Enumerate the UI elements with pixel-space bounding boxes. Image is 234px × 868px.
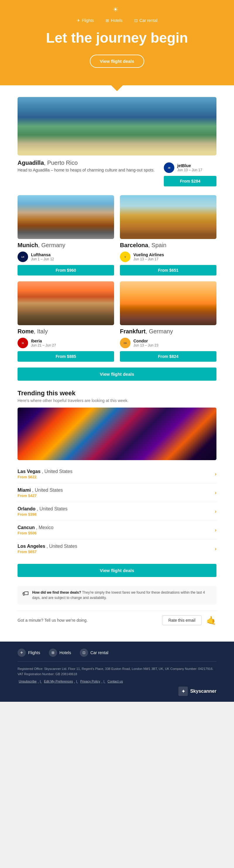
munich-airline-row: LH Lufthansa Jun 1 – Jun 12 (18, 252, 114, 262)
condor-logo: CO (120, 338, 130, 348)
rome-airline-name: Iberia (31, 339, 114, 343)
trending-city: Cancun , Mexico (18, 525, 215, 530)
barcelona-name: Barcelona, Spain (120, 242, 216, 249)
featured-airline-name: jetBlue (177, 163, 216, 168)
frankfurt-image (120, 281, 216, 325)
featured-price-button[interactable]: From $284 (164, 176, 216, 186)
rate-email-button[interactable]: Rate this email (162, 615, 202, 625)
barcelona-airline-row: V Vueling Airlines Jun 13 – Jun 17 (120, 252, 216, 262)
trending-city: Las Vegas , United States (18, 469, 215, 474)
view-deals-button-1[interactable]: View flight deals (18, 368, 216, 381)
hero-title: Let the journey begin (12, 30, 222, 46)
hero-nav: ✈ Flights ⊞ Hotels ⊡ Car rental (12, 18, 222, 23)
lufthansa-logo: LH (18, 252, 28, 262)
rome-airline-dates: Jun 21 – Jun 27 (31, 343, 114, 347)
tag-icon: 🏷 (22, 590, 29, 597)
nav-hotels[interactable]: ⊞ Hotels (106, 18, 122, 23)
trending-item-las-vegas[interactable]: Las Vegas , United States From $622 › (18, 465, 216, 484)
info-text: How did we find these deals? They're sim… (32, 590, 212, 600)
dest-card-frankfurt: Frankfurt, Germany CO Condor Jun 13 – Ju… (120, 281, 216, 362)
chevron-right-icon: › (215, 471, 216, 477)
frankfurt-airline-dates: Jun 13 – Jun 23 (134, 343, 216, 347)
skyscanner-name: Skyscanner (190, 689, 216, 694)
dest-card-munich: Munich, Germany LH Lufthansa Jun 1 – Jun… (18, 195, 114, 276)
footer-nav-flights[interactable]: ✈ Flights (18, 649, 40, 657)
footer-hotels-label: Hotels (59, 650, 71, 655)
barcelona-airline-info: Vueling Airlines Jun 13 – Jun 17 (134, 252, 216, 261)
trending-item-info: Cancun , Mexico From $506 (18, 525, 215, 535)
destinations-grid: Munich, Germany LH Lufthansa Jun 1 – Jun… (18, 195, 216, 362)
footer-nav-hotels[interactable]: ⊞ Hotels (49, 649, 71, 657)
view-deals-button-2[interactable]: View flight deals (18, 564, 216, 577)
nav-flights[interactable]: ✈ Flights (77, 18, 94, 23)
trending-subtitle: Here's where other hopeful travelers are… (18, 398, 216, 403)
footer-link-preferences[interactable]: Edit My Preferences (44, 680, 73, 683)
main-content: Aguadilla, Puerto Rico Head to Aguadilla… (0, 85, 234, 642)
nav-hotels-label: Hotels (111, 18, 122, 23)
trending-item-los-angeles[interactable]: Los Angeles , United States From $657 › (18, 539, 216, 558)
featured-destination: Aguadilla, Puerto Rico Head to Aguadilla… (18, 97, 216, 186)
footer-car-label: Car rental (90, 650, 108, 655)
footer-nav-car-rental[interactable]: ⊡ Car rental (80, 649, 108, 657)
barcelona-price-button[interactable]: From $651 (120, 265, 216, 276)
trending-item-info: Miami , United States From $427 (18, 488, 215, 498)
rating-section: Got a minute? Tell us how we're doing. R… (18, 610, 216, 630)
frankfurt-airline-info: Condor Jun 13 – Jun 23 (134, 339, 216, 347)
munich-airline-info: Lufthansa Jun 1 – Jun 12 (31, 252, 114, 261)
frankfurt-price-button[interactable]: From $824 (120, 351, 216, 362)
chevron-right-icon: › (215, 508, 216, 515)
footer-link-unsubscribe[interactable]: Unsubscribe (19, 680, 36, 683)
car-icon: ⊡ (134, 18, 138, 23)
featured-airline-info: jetBlue Jun 13 – Jun 17 (177, 163, 216, 172)
featured-airline-dates: Jun 13 – Jun 17 (177, 168, 216, 172)
footer-legal-text: Registered Office: Skyscanner Ltd. Floor… (18, 666, 216, 677)
footer-link-contact[interactable]: Contact us (108, 680, 123, 683)
munich-airline-dates: Jun 1 – Jun 12 (31, 257, 114, 261)
footer-car-icon: ⊡ (80, 649, 88, 657)
barcelona-image (120, 195, 216, 239)
trending-item-cancun[interactable]: Cancun , Mexico From $506 › (18, 521, 216, 539)
logo-icon: ☀ (113, 6, 118, 13)
trending-city: Orlando , United States (18, 506, 215, 512)
barcelona-airline-dates: Jun 13 – Jun 17 (134, 257, 216, 261)
flight-icon: ✈ (77, 18, 80, 23)
munich-airline-name: Lufthansa (31, 252, 114, 257)
munich-image (18, 195, 114, 239)
footer-link-privacy[interactable]: Privacy Policy (80, 680, 100, 683)
iberia-logo: IB (18, 338, 28, 348)
footer-links: Unsubscribe | Edit My Preferences | Priv… (18, 680, 216, 683)
trending-item-info: Orlando , United States From $398 (18, 506, 215, 517)
trending-hero-image (18, 408, 216, 460)
nav-car-rental[interactable]: ⊡ Car rental (134, 18, 157, 23)
footer-bottom: ✦ Skyscanner (18, 687, 216, 696)
trending-section: Trending this week Here's where other ho… (18, 390, 216, 630)
vueling-logo: V (120, 252, 130, 262)
trending-price: From $398 (18, 512, 215, 517)
trending-price: From $622 (18, 475, 215, 479)
rating-prompt: Got a minute? Tell us how we're doing. (18, 618, 157, 623)
dest-card-rome: Rome, Italy IB Iberia Jun 21 – Jun 27 Fr… (18, 281, 114, 362)
featured-destination-image (18, 97, 216, 155)
rome-name: Rome, Italy (18, 328, 114, 335)
frankfurt-airline-row: CO Condor Jun 13 – Jun 23 (120, 338, 216, 348)
rome-image (18, 281, 114, 325)
munich-price-button[interactable]: From $960 (18, 265, 114, 276)
rome-price-button[interactable]: From $885 (18, 351, 114, 362)
trending-item-miami[interactable]: Miami , United States From $427 › (18, 484, 216, 502)
frankfurt-name: Frankfurt, Germany (120, 328, 216, 335)
nav-flights-label: Flights (82, 18, 94, 23)
skyscanner-icon: ✦ (178, 687, 188, 696)
skyscanner-logo: ✦ Skyscanner (178, 687, 216, 696)
trending-item-orlando[interactable]: Orlando , United States From $398 › (18, 502, 216, 521)
chevron-right-icon: › (215, 490, 216, 496)
trending-list: Las Vegas , United States From $622 › Mi… (18, 465, 216, 558)
footer-flights-label: Flights (28, 650, 40, 655)
hero-cta-button[interactable]: View flight deals (90, 55, 144, 68)
rome-airline-info: Iberia Jun 21 – Jun 27 (31, 339, 114, 347)
footer-nav: ✈ Flights ⊞ Hotels ⊡ Car rental (18, 649, 216, 662)
trending-city: Los Angeles , United States (18, 544, 215, 549)
hero-arrow-decoration (111, 85, 123, 91)
info-box: 🏷 How did we find these deals? They're s… (18, 586, 216, 604)
barcelona-airline-name: Vueling Airlines (134, 252, 216, 257)
chevron-right-icon: › (215, 527, 216, 533)
